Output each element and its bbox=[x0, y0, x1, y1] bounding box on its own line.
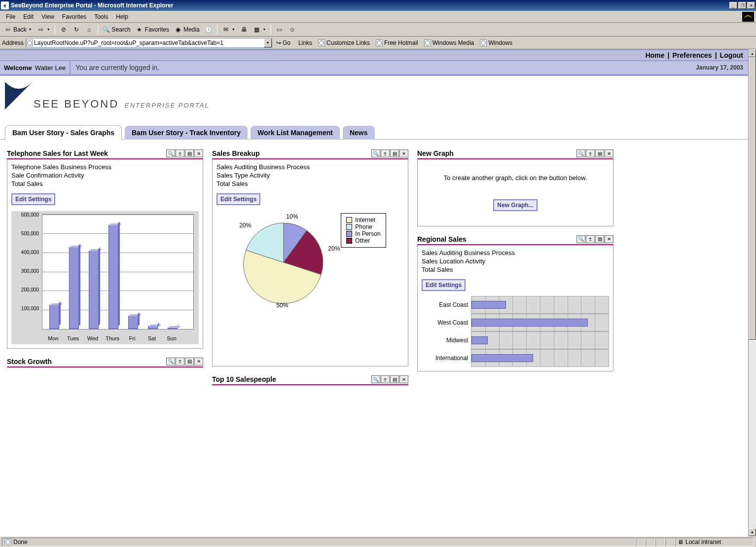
collapse-icon[interactable]: ± bbox=[381, 375, 390, 383]
hbar-midwest bbox=[471, 336, 488, 344]
restore-button[interactable]: ❐ bbox=[738, 2, 746, 9]
search-icon: 🔍 bbox=[103, 26, 110, 34]
discuss-icon: ▭ bbox=[276, 26, 284, 34]
ie-app-icon: e bbox=[1, 1, 9, 9]
edit-button[interactable]: ▦▼ bbox=[251, 25, 268, 35]
sales-pie-chart: 10% 20% 50% 20% bbox=[234, 213, 333, 313]
link-windows-media[interactable]: Windows Media bbox=[424, 39, 474, 46]
refresh-button[interactable]: ↻ bbox=[71, 25, 82, 35]
menu-tools[interactable]: Tools bbox=[90, 12, 112, 21]
new-graph-button[interactable]: New Graph... bbox=[493, 199, 537, 211]
collapse-icon[interactable]: ± bbox=[586, 149, 595, 157]
close-button[interactable]: ✕ bbox=[747, 2, 755, 9]
tab-track-inventory[interactable]: Bam User Story - Track Inventory bbox=[125, 126, 248, 140]
portlet-sales-breakup: Sales Breakup 🔍 ± ▤ ✕ Sales Auditing Bus… bbox=[212, 149, 408, 366]
forward-button[interactable]: ⇨ ▼ bbox=[35, 25, 52, 35]
menu-help[interactable]: Help bbox=[112, 12, 132, 21]
settings-icon[interactable]: ▤ bbox=[595, 235, 604, 243]
mail-button[interactable]: ✉▼ bbox=[220, 25, 237, 35]
scroll-down-icon[interactable]: ▼ bbox=[749, 528, 756, 536]
zoom-icon[interactable]: 🔍 bbox=[371, 375, 380, 383]
link-customize[interactable]: Customize Links bbox=[318, 39, 370, 46]
bar-tues bbox=[69, 247, 79, 329]
menu-view[interactable]: View bbox=[37, 12, 58, 21]
address-input[interactable] bbox=[33, 39, 264, 46]
search-button[interactable]: 🔍Search bbox=[101, 25, 133, 35]
pie-legend: Internet Phone In Person Other bbox=[341, 213, 386, 248]
chevron-down-icon: ▼ bbox=[29, 28, 32, 31]
settings-icon[interactable]: ▤ bbox=[185, 358, 194, 365]
edit-settings-button[interactable]: Edit Settings bbox=[422, 279, 466, 291]
link-windows[interactable]: Windows bbox=[480, 39, 512, 46]
window-titlebar: e SeeBeyond Enterprise Portal - Microsof… bbox=[0, 0, 756, 11]
discuss-button[interactable]: ▭ bbox=[274, 25, 286, 35]
settings-icon[interactable]: ▤ bbox=[390, 375, 399, 383]
zoom-icon[interactable]: 🔍 bbox=[371, 149, 380, 157]
portlet-regional-sales: Regional Sales 🔍 ± ▤ ✕ Sales Auditing Bu… bbox=[417, 235, 613, 371]
edit-page-icon: ▦ bbox=[253, 26, 261, 34]
home-button[interactable]: ⌂ bbox=[83, 25, 95, 35]
scroll-thumb[interactable] bbox=[749, 57, 756, 340]
page-content: Home | Preferences | Logout Welcome Walt… bbox=[0, 49, 748, 536]
portlet-title: Telephone Sales for Last Week bbox=[7, 149, 108, 157]
tab-news[interactable]: News bbox=[343, 126, 375, 140]
zoom-icon[interactable]: 🔍 bbox=[576, 235, 585, 243]
nav-home[interactable]: Home bbox=[646, 51, 665, 59]
favorites-button[interactable]: ★Favorites bbox=[134, 25, 171, 35]
scroll-up-icon[interactable]: ▲ bbox=[749, 49, 756, 57]
collapse-icon[interactable]: ± bbox=[381, 149, 390, 157]
messenger-icon: ☺ bbox=[288, 26, 296, 34]
tab-sales-graphs[interactable]: Bam User Story - Sales Graphs bbox=[5, 125, 122, 140]
zoom-icon[interactable]: 🔍 bbox=[166, 358, 175, 365]
nav-logout[interactable]: Logout bbox=[720, 51, 743, 59]
portal-topnav: Home | Preferences | Logout bbox=[0, 49, 748, 61]
tab-work-list[interactable]: Work List Management bbox=[251, 126, 340, 140]
welcome-label: Welcome bbox=[4, 64, 32, 72]
address-dropdown[interactable]: ▼ bbox=[264, 38, 272, 47]
history-button[interactable]: 🕓 bbox=[203, 25, 215, 35]
settings-icon[interactable]: ▤ bbox=[390, 149, 399, 157]
close-icon[interactable]: ✕ bbox=[194, 149, 203, 157]
close-icon[interactable]: ✕ bbox=[605, 235, 613, 243]
zoom-icon[interactable]: 🔍 bbox=[166, 149, 175, 157]
close-icon[interactable]: ✕ bbox=[399, 375, 408, 383]
forward-arrow-icon: ⇨ bbox=[37, 26, 45, 34]
page-icon bbox=[318, 39, 325, 46]
portlet-grid: Telephone Sales for Last Week 🔍 ± ▤ ✕ Te… bbox=[0, 140, 748, 395]
zoom-icon[interactable]: 🔍 bbox=[576, 149, 585, 157]
menu-edit[interactable]: Edit bbox=[19, 12, 37, 21]
bar-mon bbox=[49, 305, 59, 328]
portlet-title: Regional Sales bbox=[417, 235, 467, 243]
print-button[interactable]: 🖶 bbox=[238, 25, 250, 35]
portlet-title: New Graph bbox=[417, 149, 454, 157]
settings-icon[interactable]: ▤ bbox=[595, 149, 604, 157]
stop-button[interactable]: ⊘ bbox=[58, 25, 70, 35]
portlet-stock-growth: Stock Growth 🔍 ± ▤ ✕ bbox=[7, 358, 203, 367]
menu-bar: File Edit View Favorites Tools Help bbox=[0, 11, 756, 23]
close-icon[interactable]: ✕ bbox=[605, 149, 613, 157]
back-button[interactable]: ⇦ Back ▼ bbox=[2, 25, 34, 35]
close-icon[interactable]: ✕ bbox=[399, 149, 408, 157]
edit-settings-button[interactable]: Edit Settings bbox=[11, 193, 55, 205]
collapse-icon[interactable]: ± bbox=[176, 358, 184, 365]
address-input-wrap: ▼ bbox=[26, 38, 272, 48]
edit-settings-button[interactable]: Edit Settings bbox=[216, 193, 260, 205]
link-hotmail[interactable]: Free Hotmail bbox=[376, 39, 418, 46]
menu-favorites[interactable]: Favorites bbox=[58, 12, 90, 21]
settings-icon[interactable]: ▤ bbox=[185, 149, 194, 157]
close-icon[interactable]: ✕ bbox=[194, 358, 203, 365]
print-icon: 🖶 bbox=[240, 26, 248, 34]
vertical-scrollbar[interactable]: ▲ ▼ bbox=[748, 49, 756, 536]
minimize-button[interactable]: _ bbox=[729, 2, 737, 9]
menu-file[interactable]: File bbox=[2, 12, 19, 21]
bar-sat bbox=[148, 326, 158, 329]
toolbar: ⇦ Back ▼ ⇨ ▼ ⊘ ↻ ⌂ 🔍Search ★Favorites ◉M… bbox=[0, 23, 756, 36]
bar-sun bbox=[168, 328, 178, 329]
go-button[interactable]: ↪Go bbox=[274, 39, 292, 46]
info-line: Sale Confirmation Activity bbox=[11, 172, 199, 180]
nav-preferences[interactable]: Preferences bbox=[672, 51, 712, 59]
collapse-icon[interactable]: ± bbox=[176, 149, 184, 157]
collapse-icon[interactable]: ± bbox=[586, 235, 595, 243]
media-button[interactable]: ◉Media bbox=[172, 25, 202, 35]
messenger-button[interactable]: ☺ bbox=[287, 25, 298, 35]
